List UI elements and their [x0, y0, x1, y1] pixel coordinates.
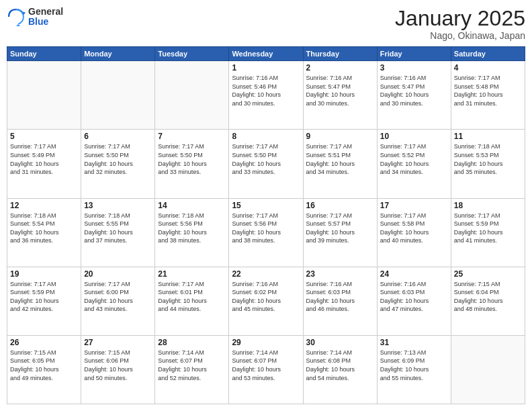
table-row: 6Sunrise: 7:17 AM Sunset: 5:50 PM Daylig… [81, 130, 155, 198]
table-row: 15Sunrise: 7:17 AM Sunset: 5:56 PM Dayli… [229, 198, 303, 267]
day-info: Sunrise: 7:18 AM Sunset: 5:56 PM Dayligh… [158, 212, 226, 245]
table-row: 7Sunrise: 7:17 AM Sunset: 5:50 PM Daylig… [155, 130, 229, 198]
day-info: Sunrise: 7:17 AM Sunset: 5:51 PM Dayligh… [306, 142, 374, 176]
day-info: Sunrise: 7:16 AM Sunset: 5:46 PM Dayligh… [232, 74, 300, 107]
table-row: 27Sunrise: 7:15 AM Sunset: 6:06 PM Dayli… [81, 335, 155, 404]
day-info: Sunrise: 7:18 AM Sunset: 5:55 PM Dayligh… [84, 212, 152, 245]
day-info: Sunrise: 7:17 AM Sunset: 6:00 PM Dayligh… [84, 280, 152, 314]
day-number: 6 [84, 132, 152, 141]
day-number: 3 [380, 63, 448, 73]
table-row [155, 61, 229, 130]
logo-blue-text: Blue [28, 17, 63, 27]
day-info: Sunrise: 7:17 AM Sunset: 5:56 PM Dayligh… [232, 212, 300, 245]
table-row: 31Sunrise: 7:13 AM Sunset: 6:09 PM Dayli… [377, 335, 451, 404]
day-number: 8 [232, 132, 300, 141]
table-row: 19Sunrise: 7:17 AM Sunset: 5:59 PM Dayli… [7, 267, 81, 335]
header-wednesday: Wednesday [229, 47, 303, 61]
title-block: January 2025 Nago, Okinawa, Japan [395, 7, 525, 41]
day-info: Sunrise: 7:16 AM Sunset: 6:02 PM Dayligh… [232, 280, 300, 314]
day-info: Sunrise: 7:18 AM Sunset: 5:53 PM Dayligh… [454, 142, 522, 176]
day-number: 21 [158, 269, 226, 279]
table-row [451, 335, 525, 404]
header-saturday: Saturday [451, 47, 525, 61]
day-number: 10 [380, 132, 448, 141]
day-number: 22 [232, 269, 300, 279]
day-number: 1 [232, 63, 300, 73]
table-row: 20Sunrise: 7:17 AM Sunset: 6:00 PM Dayli… [81, 267, 155, 335]
header-friday: Friday [377, 47, 451, 61]
day-info: Sunrise: 7:17 AM Sunset: 5:50 PM Dayligh… [232, 142, 300, 176]
day-number: 28 [158, 338, 226, 347]
header-sunday: Sunday [7, 47, 81, 61]
day-info: Sunrise: 7:17 AM Sunset: 5:58 PM Dayligh… [380, 212, 448, 245]
calendar-row: 19Sunrise: 7:17 AM Sunset: 5:59 PM Dayli… [7, 267, 525, 335]
table-row: 29Sunrise: 7:14 AM Sunset: 6:07 PM Dayli… [229, 335, 303, 404]
logo-general-text: General [28, 7, 63, 17]
day-info: Sunrise: 7:17 AM Sunset: 5:49 PM Dayligh… [10, 142, 78, 176]
calendar-subtitle: Nago, Okinawa, Japan [395, 30, 525, 41]
day-number: 7 [158, 132, 226, 141]
day-number: 20 [84, 269, 152, 279]
day-number: 17 [380, 201, 448, 210]
day-info: Sunrise: 7:14 AM Sunset: 6:07 PM Dayligh… [158, 349, 226, 382]
day-info: Sunrise: 7:17 AM Sunset: 5:52 PM Dayligh… [380, 142, 448, 176]
day-info: Sunrise: 7:15 AM Sunset: 6:06 PM Dayligh… [84, 349, 152, 382]
table-row: 26Sunrise: 7:15 AM Sunset: 6:05 PM Dayli… [7, 335, 81, 404]
logo-icon [7, 7, 26, 26]
day-info: Sunrise: 7:16 AM Sunset: 5:47 PM Dayligh… [306, 74, 374, 107]
day-number: 12 [10, 201, 78, 210]
day-info: Sunrise: 7:16 AM Sunset: 5:47 PM Dayligh… [380, 74, 448, 107]
table-row: 2Sunrise: 7:16 AM Sunset: 5:47 PM Daylig… [303, 61, 377, 130]
header-tuesday: Tuesday [155, 47, 229, 61]
day-info: Sunrise: 7:17 AM Sunset: 6:01 PM Dayligh… [158, 280, 226, 314]
day-number: 16 [306, 201, 374, 210]
calendar-table: Sunday Monday Tuesday Wednesday Thursday… [7, 46, 525, 404]
table-row: 30Sunrise: 7:14 AM Sunset: 6:08 PM Dayli… [303, 335, 377, 404]
page: General Blue January 2025 Nago, Okinawa,… [0, 0, 532, 411]
weekday-header-row: Sunday Monday Tuesday Wednesday Thursday… [7, 47, 525, 61]
day-number: 2 [306, 63, 374, 73]
table-row: 9Sunrise: 7:17 AM Sunset: 5:51 PM Daylig… [303, 130, 377, 198]
day-number: 29 [232, 338, 300, 347]
day-number: 24 [380, 269, 448, 279]
header-thursday: Thursday [303, 47, 377, 61]
table-row: 12Sunrise: 7:18 AM Sunset: 5:54 PM Dayli… [7, 198, 81, 267]
table-row: 14Sunrise: 7:18 AM Sunset: 5:56 PM Dayli… [155, 198, 229, 267]
day-number: 9 [306, 132, 374, 141]
logo-text: General Blue [28, 7, 63, 28]
day-info: Sunrise: 7:13 AM Sunset: 6:09 PM Dayligh… [380, 349, 448, 382]
table-row [7, 61, 81, 130]
table-row: 11Sunrise: 7:18 AM Sunset: 5:53 PM Dayli… [451, 130, 525, 198]
day-number: 11 [454, 132, 522, 141]
day-info: Sunrise: 7:17 AM Sunset: 5:59 PM Dayligh… [454, 212, 522, 245]
table-row: 4Sunrise: 7:17 AM Sunset: 5:48 PM Daylig… [451, 61, 525, 130]
day-info: Sunrise: 7:14 AM Sunset: 6:08 PM Dayligh… [306, 349, 374, 382]
calendar-row: 12Sunrise: 7:18 AM Sunset: 5:54 PM Dayli… [7, 198, 525, 267]
table-row: 17Sunrise: 7:17 AM Sunset: 5:58 PM Dayli… [377, 198, 451, 267]
day-number: 31 [380, 338, 448, 347]
day-number: 15 [232, 201, 300, 210]
day-number: 14 [158, 201, 226, 210]
day-info: Sunrise: 7:14 AM Sunset: 6:07 PM Dayligh… [232, 349, 300, 382]
table-row: 23Sunrise: 7:16 AM Sunset: 6:03 PM Dayli… [303, 267, 377, 335]
day-info: Sunrise: 7:17 AM Sunset: 5:57 PM Dayligh… [306, 212, 374, 245]
calendar-row: 1Sunrise: 7:16 AM Sunset: 5:46 PM Daylig… [7, 61, 525, 130]
header-monday: Monday [81, 47, 155, 61]
table-row: 5Sunrise: 7:17 AM Sunset: 5:49 PM Daylig… [7, 130, 81, 198]
day-number: 30 [306, 338, 374, 347]
day-info: Sunrise: 7:18 AM Sunset: 5:54 PM Dayligh… [10, 212, 78, 245]
table-row: 13Sunrise: 7:18 AM Sunset: 5:55 PM Dayli… [81, 198, 155, 267]
day-number: 18 [454, 201, 522, 210]
day-number: 26 [10, 338, 78, 347]
table-row: 10Sunrise: 7:17 AM Sunset: 5:52 PM Dayli… [377, 130, 451, 198]
logo: General Blue [7, 7, 63, 28]
day-info: Sunrise: 7:16 AM Sunset: 6:03 PM Dayligh… [306, 280, 374, 314]
day-number: 27 [84, 338, 152, 347]
day-number: 23 [306, 269, 374, 279]
table-row: 18Sunrise: 7:17 AM Sunset: 5:59 PM Dayli… [451, 198, 525, 267]
day-number: 19 [10, 269, 78, 279]
table-row: 24Sunrise: 7:16 AM Sunset: 6:03 PM Dayli… [377, 267, 451, 335]
header: General Blue January 2025 Nago, Okinawa,… [7, 7, 525, 41]
day-info: Sunrise: 7:16 AM Sunset: 6:03 PM Dayligh… [380, 280, 448, 314]
table-row: 21Sunrise: 7:17 AM Sunset: 6:01 PM Dayli… [155, 267, 229, 335]
